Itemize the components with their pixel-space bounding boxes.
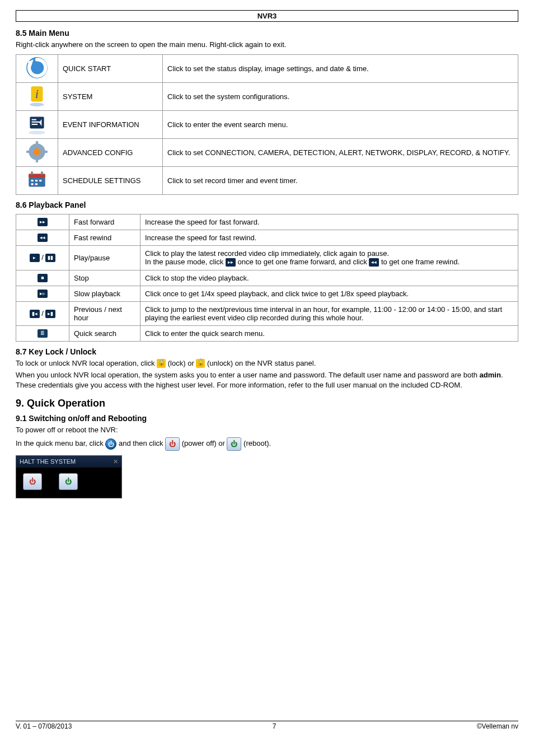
power-menu-button[interactable]: ⏻ — [105, 438, 116, 450]
play-pause-label: Play/pause — [69, 245, 140, 270]
quick-search-icon: ≣ — [38, 329, 48, 338]
svg-rect-15 — [26, 150, 30, 152]
halt-system-dialog: HALT THE SYSTEM ✕ ⏻ ⏻ — [16, 455, 122, 498]
slow-playback-desc: Click once to get 1/4x speed playback, a… — [140, 286, 518, 301]
page-footer: V. 01 – 07/08/2013 7 ©Velleman nv — [16, 721, 518, 730]
unlock-icon: 🔓 — [196, 359, 205, 368]
schedule-settings-desc: Click to set record timer and event time… — [163, 166, 518, 194]
svg-rect-20 — [41, 171, 43, 175]
play-pause-desc: Click to play the latest recorded video … — [140, 245, 518, 270]
pause-icon: ▮▮ — [45, 254, 55, 262]
section-8-5-heading: 8.5 Main Menu — [16, 29, 518, 38]
quick-start-icon — [16, 54, 58, 82]
power-off-button[interactable]: ⏻ — [165, 437, 180, 451]
advanced-config-icon — [16, 138, 58, 166]
table-row: ▸ / ▮▮ Play/pause Click to play the late… — [16, 245, 518, 270]
quick-search-desc: Click to enter the quick search menu. — [140, 325, 518, 341]
svg-rect-7 — [32, 119, 36, 120]
lock-icon: 🔒 — [157, 359, 166, 368]
svg-rect-25 — [35, 183, 38, 185]
lock-unlock-line: To lock or unlock NVR local operation, c… — [16, 358, 518, 368]
halt-dialog-title: HALT THE SYSTEM — [20, 458, 76, 465]
svg-rect-23 — [39, 180, 41, 181]
table-row: ≣ Quick search Click to enter the quick … — [16, 325, 518, 341]
table-row: ADVANCED CONFIG Click to set CONNECTION,… — [16, 138, 518, 166]
svg-rect-19 — [31, 171, 33, 175]
stop-label: Stop — [69, 270, 140, 286]
table-row: SCHEDULE SETTINGS Click to set record ti… — [16, 166, 518, 194]
svg-rect-24 — [31, 183, 34, 185]
fast-forward-icon: ▸▸ — [38, 218, 48, 226]
svg-point-12 — [34, 148, 41, 155]
fast-rewind-icon: ◂◂ — [38, 234, 48, 242]
system-icon: i — [16, 82, 58, 110]
main-menu-table: QUICK START Click to set the status disp… — [16, 54, 518, 195]
svg-rect-22 — [35, 180, 38, 181]
svg-text:i: i — [35, 87, 39, 101]
prev-next-hour-label: Previous / next hour — [69, 301, 140, 325]
admin-credential: admin — [480, 371, 501, 379]
fast-forward-desc: Increase the speed for fast forward. — [140, 214, 518, 230]
fast-forward-label: Fast forward — [69, 214, 140, 230]
playback-panel-table: ▸▸ Fast forward Increase the speed for f… — [16, 214, 518, 342]
power-reboot-intro: To power off or reboot the NVR: — [16, 425, 518, 435]
fast-rewind-label: Fast rewind — [69, 230, 140, 245]
table-row: ▮◂ / ▸▮ Previous / next hour Click to ju… — [16, 301, 518, 325]
prev-hour-icon: ▮◂ — [30, 310, 40, 318]
slow-playback-icon: ▸▹ — [38, 290, 48, 298]
quick-start-label: QUICK START — [58, 54, 163, 82]
svg-rect-21 — [31, 180, 34, 181]
section-8-7-heading: 8.7 Key Lock / Unlock — [16, 347, 518, 356]
fast-rewind-desc: Increase the speed for fast rewind. — [140, 230, 518, 245]
event-info-icon — [16, 110, 58, 138]
table-row: ▸▹ Slow playback Click once to get 1/4x … — [16, 286, 518, 301]
table-row: ■ Stop Click to stop the video playback. — [16, 270, 518, 286]
table-row: ▸▸ Fast forward Increase the speed for f… — [16, 214, 518, 230]
footer-page-number: 7 — [273, 722, 277, 730]
page-header: NVR3 — [16, 10, 518, 22]
section-9-1-heading: 9.1 Switching on/off and Rebooting — [16, 414, 518, 423]
lock-unlock-para2: When you unlock NVR local operation, the… — [16, 370, 518, 390]
footer-version: V. 01 – 07/08/2013 — [16, 722, 72, 730]
next-hour-icon: ▸▮ — [45, 310, 55, 318]
svg-rect-13 — [36, 141, 38, 144]
system-desc: Click to set the system configurations. — [163, 82, 518, 110]
quick-start-desc: Click to set the status display, image s… — [163, 54, 518, 82]
power-reboot-line: In the quick menu bar, click ⏻ and then … — [16, 437, 518, 451]
close-icon[interactable]: ✕ — [113, 458, 118, 465]
frame-rewind-icon: ◂◂ — [369, 258, 379, 267]
advanced-config-desc: Click to set CONNECTION, CAMERA, DETECTI… — [163, 138, 518, 166]
svg-rect-8 — [32, 121, 40, 122]
system-label: SYSTEM — [58, 82, 163, 110]
svg-point-5 — [29, 130, 45, 134]
play-icon: ▸ — [30, 254, 40, 262]
table-row: i SYSTEM Click to set the system configu… — [16, 82, 518, 110]
table-row: EVENT INFORMATION Click to enter the eve… — [16, 110, 518, 138]
table-row: ◂◂ Fast rewind Increase the speed for fa… — [16, 230, 518, 245]
event-info-label: EVENT INFORMATION — [58, 110, 163, 138]
table-row: QUICK START Click to set the status disp… — [16, 54, 518, 82]
section-8-6-heading: 8.6 Playback Panel — [16, 200, 518, 209]
stop-desc: Click to stop the video playback. — [140, 270, 518, 286]
quick-search-label: Quick search — [69, 325, 140, 341]
section-9-heading: 9. Quick Operation — [16, 398, 518, 409]
advanced-config-label: ADVANCED CONFIG — [58, 138, 163, 166]
svg-rect-9 — [32, 124, 38, 125]
event-info-desc: Click to enter the event search menu. — [163, 110, 518, 138]
halt-reboot-button[interactable]: ⏻ — [59, 473, 78, 490]
section-8-5-intro: Right-click anywhere on the screen to op… — [16, 40, 518, 50]
footer-copyright: ©Velleman nv — [477, 722, 518, 730]
svg-rect-16 — [44, 150, 48, 152]
schedule-settings-label: SCHEDULE SETTINGS — [58, 166, 163, 194]
schedule-settings-icon — [16, 166, 58, 194]
frame-forward-icon: ▸▸ — [226, 258, 236, 267]
stop-icon: ■ — [38, 274, 48, 282]
prev-next-hour-desc: Click to jump to the next/previous time … — [140, 301, 518, 325]
reboot-button[interactable]: ⏻ — [227, 437, 241, 451]
svg-rect-14 — [36, 158, 38, 162]
halt-power-off-button[interactable]: ⏻ — [23, 473, 42, 490]
slow-playback-label: Slow playback — [69, 286, 140, 301]
svg-point-4 — [30, 102, 44, 106]
